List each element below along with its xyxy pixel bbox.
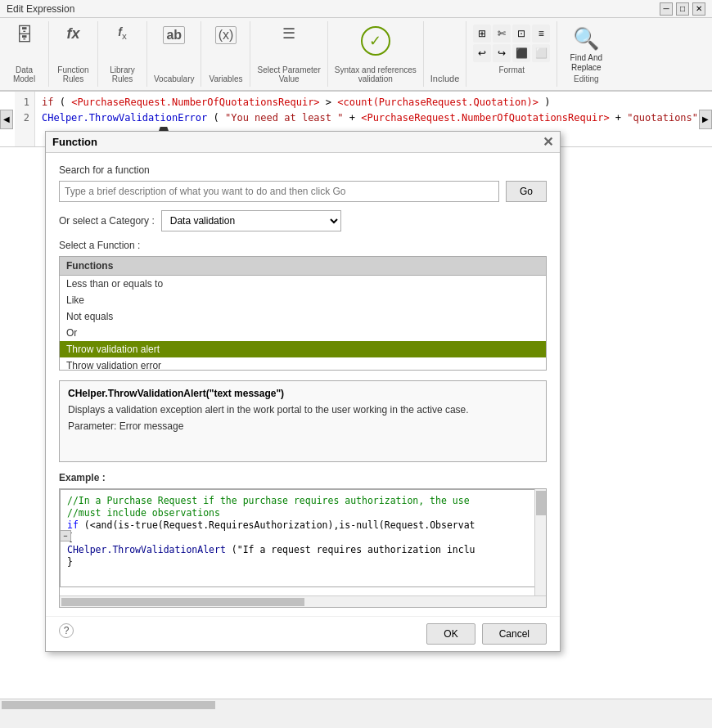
variables-icon[interactable]: (x) <box>212 25 241 46</box>
close-button[interactable]: ✕ <box>692 2 705 16</box>
line-number-1: 1 <box>20 95 29 110</box>
format-btn-8[interactable]: ⬜ <box>532 44 550 62</box>
format-btn-6[interactable]: ↪ <box>493 44 511 62</box>
category-label: Or select a Category : <box>59 215 155 227</box>
format-btn-5[interactable]: ↩ <box>473 44 491 62</box>
format-btn-4[interactable]: ≡ <box>532 25 550 43</box>
function-dialog: Function ✕ Search for a function Go Or s… <box>45 131 561 652</box>
function-list-item-0[interactable]: Less than or equals to <box>60 276 546 292</box>
syntax-label: Syntax and references validation <box>335 65 417 83</box>
search-row: Go <box>59 181 547 202</box>
function-list-item-4[interactable]: Throw validation alert <box>60 341 546 357</box>
example-hscroll[interactable] <box>60 595 546 607</box>
code-line-2: CHelper.ThrowValidationError ( "You need… <box>42 110 691 126</box>
example-section: Example : //In a Purchase Request if the… <box>59 472 547 608</box>
example-line-2: if (<and(is-true(Request.RequiresAuthori… <box>67 519 539 531</box>
example-line-4: CHelper.ThrowValidationAlert ("If a requ… <box>67 544 539 555</box>
database-icon: 🗄 <box>16 26 34 44</box>
example-collapse-btns: − <box>60 530 71 542</box>
library-fx-icon: fx <box>118 26 127 40</box>
main-hscroll-thumb <box>2 701 215 709</box>
example-box: //In a Purchase Request if the purchase … <box>60 489 546 587</box>
include-label: Include <box>430 74 459 83</box>
format-label: Format <box>473 65 550 74</box>
keyword-if: if <box>42 97 53 108</box>
library-rules-label: Library Rules <box>110 65 135 83</box>
minimize-button[interactable]: ─ <box>660 2 673 16</box>
format-bottom-row: ↩ ↪ ⬛ ⬜ <box>473 44 550 62</box>
dialog-close-btn[interactable]: ✕ <box>543 134 553 150</box>
example-line-5: } <box>67 556 539 568</box>
function-list-item-5[interactable]: Throw validation error <box>60 357 546 371</box>
ribbon-group-library-rules: fx Library Rules <box>98 21 147 87</box>
description-box: CHelper.ThrowValidationAlert("text messa… <box>59 380 547 462</box>
collapse-btn[interactable]: − <box>60 530 71 542</box>
ribbon-group-variables: (x) Variables <box>201 21 250 87</box>
ribbon-group-editing: 🔍 Find AndReplace Editing <box>557 21 615 87</box>
example-vscroll-thumb <box>536 491 546 515</box>
example-hscroll-thumb <box>61 598 304 606</box>
function-list-item-2[interactable]: Not equals <box>60 308 546 325</box>
format-btn-2[interactable]: ✄ <box>493 25 511 43</box>
title-bar-title: Edit Expression <box>7 3 74 15</box>
ribbon-group-syntax: ✓ Syntax and references validation <box>328 21 424 87</box>
ribbon-group-function-rules: fx Function Rules <box>49 21 98 87</box>
example-line-0: //In a Purchase Request if the purchase … <box>67 495 539 506</box>
search-label: Search for a function <box>59 164 547 176</box>
function-section-label: Select a Function : <box>59 240 547 251</box>
ribbon: 🗄 Data Model fx Function Rules fx Librar… <box>0 18 712 92</box>
example-vscroll[interactable] <box>534 489 546 595</box>
maximize-button[interactable]: □ <box>676 2 689 16</box>
select-param-symbol-icon: ☰ <box>282 26 295 41</box>
find-replace-label: Find AndReplace <box>570 53 602 73</box>
function-section: Select a Function : Functions Less than … <box>59 240 547 371</box>
dialog-body: Search for a function Go Or select a Cat… <box>46 153 560 616</box>
dialog-cancel-button[interactable]: Cancel <box>482 623 547 645</box>
function-list-item-3[interactable]: Or <box>60 325 546 341</box>
select-param-icon[interactable]: ☰ <box>279 25 299 43</box>
ribbon-group-vocabulary: ab Vocabulary <box>147 21 201 87</box>
function-rules-label: Function Rules <box>57 65 88 83</box>
ribbon-group-format: ⊞ ✄ ⊡ ≡ ↩ ↪ ⬛ ⬜ Format <box>466 21 557 87</box>
main-wrapper: Edit Expression ─ □ ✕ 🗄 Data Model fx Fu… <box>0 0 712 710</box>
search-section: Search for a function Go <box>59 164 547 202</box>
format-btn-3[interactable]: ⊡ <box>512 25 530 43</box>
search-replace-symbol-icon: 🔍 <box>573 26 599 52</box>
syntax-icon[interactable]: ✓ <box>358 25 394 57</box>
function-list-container: Functions Less than or equals to Like No… <box>59 256 547 371</box>
format-btn-7[interactable]: ⬛ <box>512 44 530 62</box>
description-signature: CHelper.ThrowValidationAlert("text messa… <box>68 388 538 399</box>
function-list-header: Functions <box>60 257 546 276</box>
scroll-left-btn[interactable]: ◀ <box>0 110 13 129</box>
fx-icon: fx <box>66 26 79 41</box>
find-replace-icon[interactable]: 🔍 <box>570 25 602 53</box>
title-bar: Edit Expression ─ □ ✕ <box>0 0 712 18</box>
function-list-item-1[interactable]: Like <box>60 292 546 308</box>
checkmark-icon: ✓ <box>361 26 390 56</box>
main-hscrollbar[interactable] <box>0 699 712 710</box>
include-group: Include <box>424 21 466 87</box>
dialog-footer: ? OK Cancel <box>46 616 560 651</box>
category-select[interactable]: Data validation String Math Date Logic <box>161 210 341 231</box>
description-param: Parameter: Error message <box>68 420 538 432</box>
code-line-1: if ( <PurchaseRequest.NumberOfQuotations… <box>42 95 691 110</box>
library-rules-icon[interactable]: fx <box>115 25 130 42</box>
search-input[interactable] <box>59 181 499 202</box>
scroll-right-btn[interactable]: ▶ <box>699 110 712 129</box>
help-icon[interactable]: ? <box>59 623 74 638</box>
description-text: Displays a validation exception alert in… <box>68 404 538 416</box>
category-row: Or select a Category : Data validation S… <box>59 210 547 231</box>
example-label: Example : <box>59 472 547 483</box>
dialog-ok-button[interactable]: OK <box>426 623 475 645</box>
data-model-icon[interactable]: 🗄 <box>12 25 37 46</box>
format-top-row: ⊞ ✄ ⊡ ≡ <box>473 25 550 43</box>
variables-symbol-icon: (x) <box>215 26 237 44</box>
line-number-2: 2 <box>20 110 29 126</box>
data-model-label: Data Model <box>13 65 35 83</box>
go-button[interactable]: Go <box>506 181 547 202</box>
function-rules-icon[interactable]: fx <box>63 25 83 43</box>
editing-label: Editing <box>574 74 599 83</box>
dialog-titlebar: Function ✕ <box>46 132 560 153</box>
format-btn-1[interactable]: ⊞ <box>473 25 491 43</box>
vocabulary-icon[interactable]: ab <box>160 25 188 46</box>
